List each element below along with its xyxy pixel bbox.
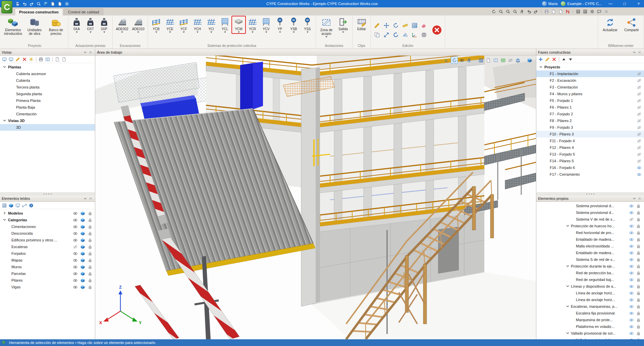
viewport-3d[interactable]: Z X Y [95,56,536,339]
snap-icon[interactable] [582,8,588,14]
user-account-chip[interactable]: Maria [542,1,558,6]
move-icon[interactable] [382,21,391,30]
close-panel-icon[interactable] [637,196,642,201]
close-button[interactable]: × [633,0,644,7]
tree-item-cimentacion[interactable]: Cimentación [0,111,95,117]
phase-row-f4[interactable]: F4 - Muros y pilares [536,91,644,97]
own-element-row[interactable]: Línea de anclaje horiz... [536,296,644,303]
tree-node-categorias[interactable]: Categorías [0,217,95,223]
lock-icon[interactable] [636,298,641,302]
panel-splitter[interactable] [0,192,95,195]
tree-item-parcelas[interactable]: Parcelas [0,270,95,277]
new-document-icon[interactable] [50,1,56,7]
collapse-panel-icon[interactable] [632,196,637,201]
lock-icon[interactable] [88,211,92,216]
lock-icon[interactable] [636,331,641,336]
eye-icon[interactable] [73,251,77,256]
eye-icon[interactable] [73,278,77,283]
add-phase-icon[interactable] [538,56,544,62]
section-view-icon[interactable] [478,57,484,63]
document-settings-icon[interactable] [64,1,70,7]
tree-item-forjados[interactable]: Forjados [0,250,95,257]
lock-icon[interactable] [636,291,641,295]
cube-icon[interactable] [80,238,85,242]
lock-icon[interactable] [636,311,641,315]
phase-row-f8[interactable]: F8 - Pilares 2 [536,117,644,124]
delete-phase-icon[interactable] [551,56,557,62]
symmetry-icon[interactable] [401,31,410,39]
library-icon[interactable] [45,56,51,62]
yce-button[interactable]: YCE [163,16,176,33]
visibility-options-icon[interactable] [459,57,465,63]
phase-row-f7[interactable]: F7 - Forjado 2 [536,111,644,117]
rotate-copy-icon[interactable] [391,31,400,39]
cube-icon[interactable] [80,272,85,276]
eye-icon[interactable] [629,291,634,295]
eye-icon[interactable] [73,211,77,216]
close-panel-icon[interactable] [88,196,93,201]
eye-icon[interactable] [629,318,634,322]
eye-icon[interactable] [73,272,77,276]
tab-proceso-constructivo[interactable]: Proceso constructivo [15,8,63,15]
redraw-icon[interactable] [491,8,497,14]
own-element-row[interactable]: Plataforma en voladiz... [536,323,644,330]
sun-icon[interactable] [28,56,34,62]
phase-row-f13[interactable]: F13 - Forjado 5 [536,151,644,158]
close-panel-icon[interactable] [88,50,93,55]
eye-icon[interactable] [629,284,634,289]
lock-icon[interactable] [636,231,641,235]
ade010-button[interactable]: ADE010 [130,16,146,33]
eye-icon[interactable] [629,311,634,315]
editar-clips-button[interactable]: Editar [354,16,369,31]
lock-icon[interactable] [88,278,92,283]
move-up-icon[interactable] [561,56,567,62]
eye-off-icon[interactable] [637,78,641,83]
app-logo[interactable] [1,1,12,13]
eye-icon[interactable] [73,265,77,269]
own-element-row[interactable]: Entablado de madera... [536,249,644,256]
eye-icon[interactable] [629,244,634,248]
print-icon[interactable] [543,8,549,14]
lock-icon[interactable] [636,251,641,255]
eye-icon[interactable] [629,331,634,336]
eye-icon[interactable] [637,172,641,177]
export-view-icon[interactable] [54,56,60,62]
cube-icon[interactable] [80,265,85,269]
eye-icon[interactable] [73,258,77,263]
own-element-row[interactable]: Malla electrosoldada ... [536,243,644,249]
lock-icon[interactable] [636,237,641,242]
tree-item-pilares[interactable]: Pilares [0,277,95,284]
pan-icon[interactable] [519,8,525,14]
own-element-row[interactable]: Red de protección ba... [536,270,644,276]
tab-control-de-calidad[interactable]: Control de calidad [64,8,104,15]
pan-view-icon[interactable] [466,57,472,63]
eye-off-icon[interactable] [637,152,641,157]
erase-icon[interactable] [420,21,428,30]
eye-off-icon[interactable] [637,72,641,76]
eye-icon[interactable] [73,285,77,289]
lock-icon[interactable] [88,225,92,229]
eye-off-icon[interactable] [637,132,641,136]
rotate-icon[interactable] [391,21,400,30]
move-down-icon[interactable] [568,56,574,62]
phase-row-f1-selected[interactable]: F1 - Implantación [536,70,644,77]
eye-icon[interactable] [629,278,634,282]
bim-project-chip[interactable]: Example - CYPE C... [561,1,602,6]
zona-de-acopio-button[interactable]: Zona de acopio [318,16,335,38]
close-panel-icon[interactable] [637,50,642,55]
ycv-button[interactable]: YCV [260,16,273,33]
tags-icon[interactable] [485,57,491,63]
open-document-icon[interactable] [57,1,63,7]
tree-item-desconocida[interactable]: Desconocida [0,230,95,237]
salida-button[interactable]: Salida [336,16,351,33]
lock-icon[interactable] [636,224,641,228]
lock-icon[interactable] [88,285,92,289]
ycf-button[interactable]: YCF [177,16,190,33]
collapse-panel-icon[interactable] [632,50,637,55]
eye-icon[interactable] [629,224,634,228]
zoom-window-icon[interactable] [498,8,504,14]
lock-icon[interactable] [88,245,92,249]
chat-icon[interactable] [596,8,602,14]
delete-red-x-button[interactable] [430,24,443,37]
cube-icon[interactable] [80,258,85,263]
